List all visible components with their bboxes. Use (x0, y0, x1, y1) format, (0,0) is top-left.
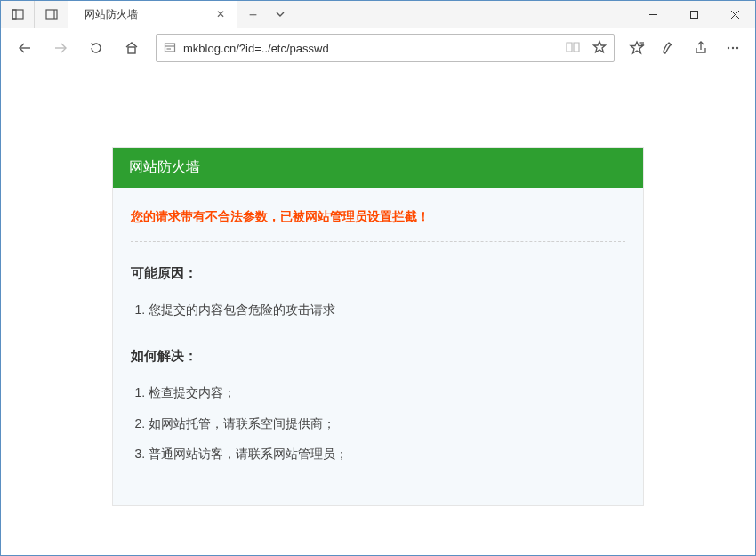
alert-message: 您的请求带有不合法参数，已被网站管理员设置拦截！ (131, 209, 625, 242)
svg-rect-2 (46, 10, 57, 19)
reason-list: 您提交的内容包含危险的攻击请求 (131, 294, 625, 325)
svg-point-20 (732, 47, 734, 49)
svg-marker-15 (631, 42, 643, 53)
window-minimize-button[interactable] (632, 1, 673, 28)
tab-overflow-button[interactable] (268, 1, 293, 28)
address-bar-url: mkblog.cn/?id=../etc/passwd (183, 42, 559, 55)
more-button[interactable] (718, 31, 748, 65)
tab-activity-icon[interactable] (35, 1, 68, 28)
svg-rect-5 (690, 11, 697, 18)
reason-title: 可能原因： (131, 265, 625, 282)
panel-body: 您的请求带有不合法参数，已被网站管理员设置拦截！ 可能原因： 您提交的内容包含危… (113, 188, 643, 505)
browser-tab-active[interactable]: 网站防火墙 ✕ (68, 1, 237, 28)
tab-tools (1, 1, 68, 28)
refresh-button[interactable] (79, 31, 113, 65)
site-info-icon[interactable] (164, 41, 176, 56)
svg-rect-10 (128, 47, 135, 53)
svg-rect-1 (12, 10, 16, 19)
notes-button[interactable] (654, 31, 684, 65)
solve-list: 检查提交内容； 如网站托管，请联系空间提供商； 普通网站访客，请联系网站管理员； (131, 377, 625, 469)
panel-header: 网站防火墙 (113, 148, 643, 188)
back-button[interactable] (8, 31, 42, 65)
svg-point-21 (736, 47, 738, 49)
address-bar[interactable]: mkblog.cn/?id=../etc/passwd (156, 34, 615, 62)
home-button[interactable] (115, 31, 149, 65)
list-item: 如网站托管，请联系空间提供商； (149, 408, 625, 439)
list-item: 您提交的内容包含危险的攻击请求 (149, 294, 625, 325)
tab-title: 网站防火墙 (84, 7, 213, 22)
tab-close-button[interactable]: ✕ (213, 8, 228, 20)
new-tab-button[interactable]: ＋ (237, 1, 268, 28)
svg-point-19 (728, 47, 729, 49)
svg-marker-14 (594, 41, 606, 52)
favorite-star-icon[interactable] (592, 40, 607, 57)
tab-aside-icon[interactable] (1, 1, 35, 28)
page-viewport: 网站防火墙 您的请求带有不合法参数，已被网站管理员设置拦截！ 可能原因： 您提交… (1, 68, 755, 506)
svg-rect-11 (165, 44, 175, 52)
favorites-hub-button[interactable] (622, 31, 652, 65)
solve-title: 如何解决： (131, 348, 625, 365)
list-item: 检查提交内容； (149, 377, 625, 407)
window-title-bar: 网站防火墙 ✕ ＋ (1, 1, 755, 28)
forward-button[interactable] (44, 31, 77, 65)
title-spacer (293, 1, 632, 28)
list-item: 普通网站访客，请联系网站管理员； (149, 439, 625, 469)
reading-view-icon[interactable] (566, 41, 580, 56)
firewall-panel: 网站防火墙 您的请求带有不合法参数，已被网站管理员设置拦截！ 可能原因： 您提交… (112, 147, 644, 506)
browser-toolbar: mkblog.cn/?id=../etc/passwd (1, 28, 755, 68)
window-maximize-button[interactable] (673, 1, 714, 28)
window-close-button[interactable] (714, 1, 755, 28)
share-button[interactable] (686, 31, 716, 65)
svg-rect-0 (12, 10, 23, 19)
